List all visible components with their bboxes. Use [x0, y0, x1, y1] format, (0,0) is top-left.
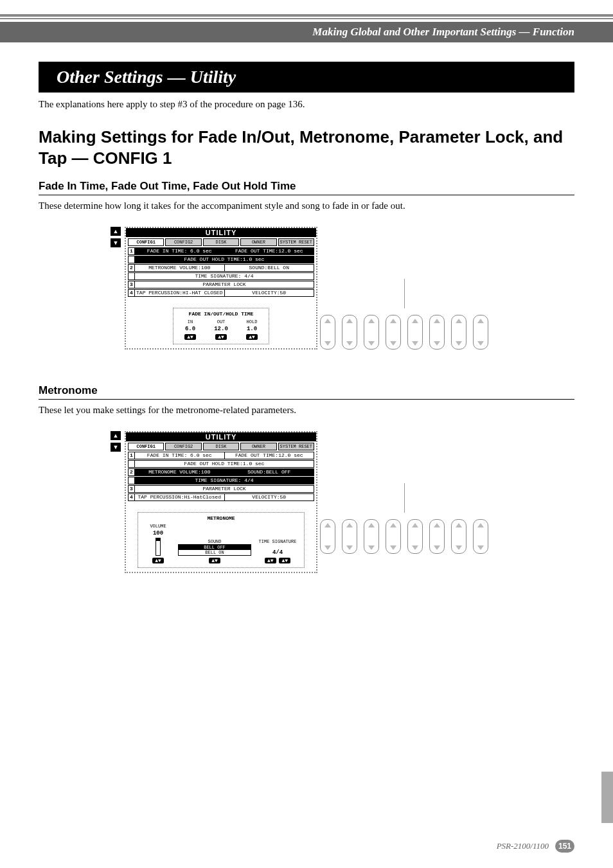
side-arrow-buttons: ▲ ▼ [111, 227, 121, 247]
physical-buttons-row [320, 315, 488, 350]
section-title: Other Settings — Utility [39, 62, 574, 93]
updown-button[interactable] [364, 519, 379, 554]
lcd-row-1b: FADE OUT HOLD TIME:1.0 sec [128, 256, 314, 263]
figure-metronome: ▲ ▼ UTILITY CONFIG1 CONFIG2 DISK OWNER S… [39, 431, 574, 580]
lcd-tabs: CONFIG1 CONFIG2 DISK OWNER SYSTEM RESET [126, 441, 316, 452]
lcd-title: UTILITY [126, 432, 316, 441]
updown-button[interactable] [473, 519, 488, 554]
lcd-screen-fade: UTILITY CONFIG1 CONFIG2 DISK OWNER SYSTE… [125, 227, 317, 350]
updown-button[interactable] [407, 519, 423, 554]
metronome-param-group: METRONOME VOLUME 100 ▲▼ SOUND [138, 512, 305, 568]
lcd-tabs: CONFIG1 CONFIG2 DISK OWNER SYSTEM RESET [126, 237, 316, 247]
physical-buttons-row [320, 519, 488, 554]
tab-config2: CONFIG2 [165, 238, 201, 246]
updown-button[interactable] [320, 519, 335, 554]
updown-button[interactable] [386, 519, 401, 554]
lcd-row-1b: FADE OUT HOLD TIME:1.0 sec [128, 460, 314, 468]
breadcrumb: Making Global and Other Important Settin… [0, 22, 613, 42]
fade-param-group: FADE IN/OUT/HOLD TIME IN 6.0 ▲▼ OUT 12.0… [173, 308, 269, 344]
volume-slider-icon [155, 538, 161, 556]
heading-fade: Fade In Time, Fade Out Time, Fade Out Ho… [39, 180, 574, 195]
lcd-row-2: 2 METRONOME VOLUME:100 SOUND:BELL OFF [128, 468, 314, 476]
side-arrow-buttons: ▲ ▼ [111, 431, 121, 452]
tab-disk: DISK [203, 443, 239, 450]
footer-model: PSR-2100/1100 [497, 841, 549, 851]
lcd-screen-metronome: UTILITY CONFIG1 CONFIG2 DISK OWNER SYSTE… [125, 431, 317, 573]
intro-text: The explanations here apply to step #3 o… [39, 99, 574, 110]
lcd-title: UTILITY [126, 228, 316, 237]
footer: PSR-2100/1100 151 [497, 840, 574, 853]
lcd-row-4: 4 TAP PERCUSSION:HI-HAT CLOSED VELOCITY:… [128, 289, 314, 297]
text-fade: These determine how long it takes for th… [39, 200, 574, 211]
updown-button[interactable] [429, 519, 445, 554]
tab-owner: OWNER [240, 443, 276, 450]
lcd-row-4: 4 TAP PERCUSSION:Hi-HatClosed VELOCITY:5… [128, 493, 314, 501]
tab-config1: CONFIG1 [128, 238, 164, 246]
tab-config1: CONFIG1 [128, 443, 164, 450]
tab-disk: DISK [203, 238, 239, 246]
heading-metronome: Metronome [39, 384, 574, 400]
updown-button[interactable] [342, 315, 357, 350]
updown-button[interactable] [429, 315, 445, 350]
updown-button[interactable] [342, 519, 357, 554]
updown-button[interactable] [407, 315, 423, 350]
tab-sysreset: SYSTEM RESET [278, 238, 314, 246]
lcd-row-1: 1 FADE IN TIME: 6.0 sec FADE OUT TIME:12… [128, 452, 314, 459]
updown-button[interactable] [451, 315, 466, 350]
updown-button[interactable] [451, 519, 466, 554]
lcd-row-2b: TIME SIGNATURE: 4/4 [128, 272, 314, 280]
tab-config2: CONFIG2 [165, 443, 201, 450]
lcd-row-1: 1 FADE IN TIME: 6.0 sec FADE OUT TIME:12… [128, 247, 314, 255]
tab-owner: OWNER [240, 238, 276, 246]
tab-sysreset: SYSTEM RESET [278, 443, 314, 450]
updown-button[interactable] [364, 315, 379, 350]
lcd-row-2: 2 METRONOME VOLUME:100 SOUND:BELL ON [128, 264, 314, 272]
updown-button[interactable] [386, 315, 401, 350]
page-edge-tab [601, 772, 613, 823]
updown-button[interactable] [320, 315, 335, 350]
header-rules: Making Global and Other Important Settin… [0, 0, 613, 42]
page-number: 151 [555, 840, 574, 853]
heading-config1: Making Settings for Fade In/Out, Metrono… [39, 127, 574, 168]
figure-fade: ▲ ▼ UTILITY CONFIG1 CONFIG2 DISK OWNER S… [39, 227, 574, 356]
lcd-row-3: 3 PARAMETER LOCK [128, 485, 314, 493]
updown-button[interactable] [473, 315, 488, 350]
lcd-row-2b: TIME SIGNATURE: 4/4 [128, 477, 314, 484]
text-metronome: These let you make settings for the metr… [39, 405, 574, 416]
lcd-row-3: 3 PARAMETER LOCK [128, 281, 314, 288]
sound-list: BELL OFF BELL ON [178, 544, 251, 556]
